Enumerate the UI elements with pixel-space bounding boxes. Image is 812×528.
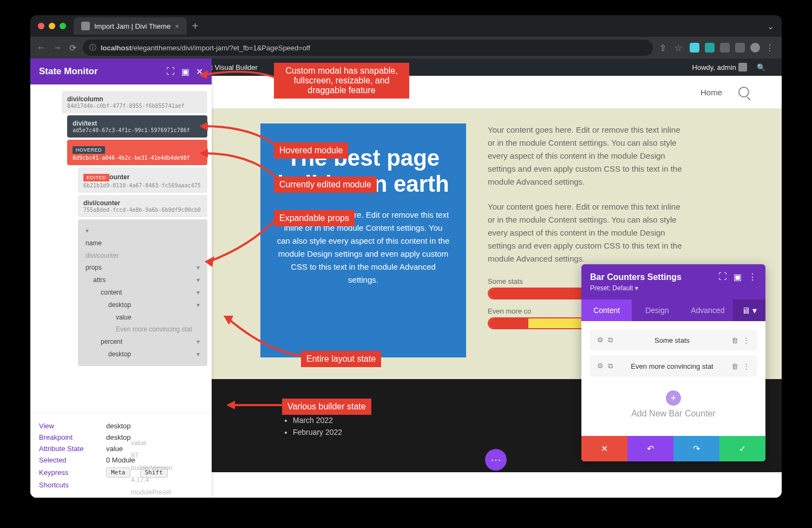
ext-icon-2[interactable] bbox=[705, 43, 715, 53]
props-tree[interactable]: ▾ name divi/counter props▾ attrs▾ conten… bbox=[78, 219, 207, 366]
annotation-edited: Currently edited module bbox=[274, 177, 377, 193]
tab-content[interactable]: Content bbox=[581, 299, 632, 321]
tab-title: Import Jam | Divi Theme bbox=[94, 22, 171, 30]
fab-more-button[interactable]: ⋯ bbox=[485, 449, 507, 471]
back-button[interactable]: ← bbox=[37, 43, 45, 53]
annotation-builder: Various builder state bbox=[282, 399, 371, 415]
duplicate-icon[interactable]: ⧉ bbox=[608, 362, 613, 370]
reload-button[interactable]: ⟳ bbox=[69, 43, 76, 53]
settings-title: Bar Counters Settings bbox=[590, 272, 718, 282]
edited-badge: EDITED bbox=[83, 174, 109, 181]
bar-counters-settings-modal[interactable]: Bar Counters Settings ⛶ ▣ ⋮ Preset: Defa… bbox=[581, 264, 765, 461]
counter-item-row[interactable]: ⚙⧉ Even more convincing stat 🗑⋮ bbox=[590, 356, 757, 376]
more-icon[interactable]: ⋮ bbox=[743, 362, 750, 370]
arrow-layout bbox=[222, 313, 309, 362]
save-button[interactable]: ✓ bbox=[719, 436, 765, 461]
plus-icon[interactable]: + bbox=[666, 390, 681, 406]
toolbar-right-icons: ⇧ ☆ ⋮ bbox=[659, 43, 775, 53]
state-monitor-header[interactable]: State Monitor ⛶ ▣ ✕ bbox=[30, 58, 212, 84]
window-controls[interactable] bbox=[38, 23, 66, 29]
forward-button[interactable]: → bbox=[53, 43, 62, 53]
arrow-to-header-icons bbox=[198, 64, 285, 91]
annotation-layout: Entire layout state bbox=[301, 351, 381, 367]
browser-menu-icon[interactable]: ⋮ bbox=[765, 43, 775, 53]
snap-icon[interactable]: ▣ bbox=[181, 67, 189, 77]
redo-button[interactable]: ↷ bbox=[673, 436, 719, 461]
add-new-counter-button[interactable]: + Add New Bar Counter bbox=[590, 382, 757, 427]
new-tab-button[interactable]: + bbox=[192, 20, 199, 32]
nav-home-link[interactable]: Home bbox=[700, 88, 722, 97]
state-monitor-title: State Monitor bbox=[39, 66, 166, 77]
settings-body: ⚙⧉ Some stats 🗑⋮ ⚙⧉ Even more convincing… bbox=[581, 321, 765, 436]
right-text-1[interactable]: Your content goes here. Edit or remove t… bbox=[488, 123, 688, 188]
maximize-window-icon[interactable] bbox=[60, 23, 66, 29]
arrow-props bbox=[204, 213, 285, 267]
state-monitor-body[interactable]: divi/column 84d17d4b-c0bf-477f-8955-f6b8… bbox=[30, 84, 212, 413]
svg-marker-3 bbox=[205, 256, 214, 267]
module-card[interactable]: divi/column 84d17d4b-c0bf-477f-8955-f6b8… bbox=[62, 91, 207, 113]
browser-toolbar: ← → ⟳ ⓘ localhost/elegantthemes/divi/imp… bbox=[30, 37, 782, 58]
more-icon[interactable]: ⋮ bbox=[748, 272, 757, 282]
state-monitor-footer: value 97 builderVersion 4.17.4 modulePre… bbox=[30, 413, 212, 498]
tab-close-icon[interactable]: × bbox=[175, 22, 179, 30]
trash-icon[interactable]: 🗑 bbox=[731, 362, 738, 370]
site-search-icon[interactable] bbox=[738, 87, 749, 97]
settings-footer: ✕ ↶ ↷ ✓ bbox=[581, 436, 765, 461]
svg-marker-4 bbox=[224, 316, 233, 325]
gear-icon[interactable]: ⚙ bbox=[597, 362, 604, 370]
extensions-icon[interactable] bbox=[720, 43, 730, 53]
profile-avatar-icon[interactable] bbox=[750, 43, 760, 53]
arrow-builder bbox=[225, 397, 290, 413]
progress-fill-2 bbox=[489, 318, 528, 328]
page-content-area: ⓦ 🏠 My Sites ✎ Edit Page D5 Dev Tools Ex… bbox=[30, 58, 782, 498]
svg-marker-2 bbox=[199, 149, 208, 158]
module-card-edited[interactable]: EDITEDounter 6b21b1d9-0110-4a67-8463-fc5… bbox=[78, 167, 207, 193]
state-monitor-panel: State Monitor ⛶ ▣ ✕ divi/column 84d17d4b… bbox=[30, 58, 212, 498]
tab-advanced[interactable]: Advanced bbox=[683, 299, 733, 321]
browser-titlebar: Import Jam | Divi Theme × + ⌄ bbox=[30, 15, 782, 37]
tabs-dropdown-icon[interactable]: ⌄ bbox=[767, 21, 774, 31]
svg-marker-1 bbox=[199, 122, 208, 131]
url-path: /elegantthemes/divi/import-jam/?et_fb=1&… bbox=[132, 44, 310, 52]
url-host: localhost bbox=[101, 44, 132, 52]
gear-icon[interactable]: ⚙ bbox=[597, 336, 604, 344]
close-window-icon[interactable] bbox=[38, 23, 44, 29]
bookmark-icon[interactable]: ☆ bbox=[675, 43, 684, 53]
wp-search-icon[interactable]: 🔍 bbox=[757, 63, 765, 71]
arrow-edited bbox=[198, 148, 285, 186]
more-icon[interactable]: ⋮ bbox=[743, 336, 750, 344]
address-bar[interactable]: ⓘ localhost/elegantthemes/divi/import-ja… bbox=[83, 40, 653, 56]
right-text-2[interactable]: Your content goes here. Edit or remove t… bbox=[488, 200, 688, 265]
panel-icon[interactable] bbox=[735, 43, 745, 53]
undo-button[interactable]: ↶ bbox=[627, 436, 673, 461]
annotation-props: Expandable props bbox=[274, 210, 355, 226]
module-card[interactable]: divi/counter 755a8ded-fccd-4e8b-9a6b-6b9… bbox=[78, 195, 207, 217]
settings-header[interactable]: Bar Counters Settings ⛶ ▣ ⋮ Preset: Defa… bbox=[581, 264, 765, 299]
module-card-selected[interactable]: divi/text ad5e7c40-67c3-4f1c-99c1-597697… bbox=[67, 115, 207, 138]
browser-window: Import Jam | Divi Theme × + ⌄ ← → ⟳ ⓘ lo… bbox=[30, 15, 782, 498]
trash-icon[interactable]: 🗑 bbox=[731, 336, 738, 344]
responsive-toggle[interactable]: 🖥 ▾ bbox=[733, 299, 765, 321]
cancel-button[interactable]: ✕ bbox=[581, 436, 627, 461]
preset-selector[interactable]: Preset: Default ▾ bbox=[590, 284, 757, 292]
tab-design[interactable]: Design bbox=[632, 299, 682, 321]
duplicate-icon[interactable]: ⧉ bbox=[608, 336, 613, 344]
counter-item-row[interactable]: ⚙⧉ Some stats 🗑⋮ bbox=[590, 330, 757, 350]
share-icon[interactable]: ⇧ bbox=[659, 43, 669, 53]
site-info-icon[interactable]: ⓘ bbox=[89, 43, 96, 53]
tab-favicon bbox=[81, 22, 90, 30]
ext-icon-1[interactable] bbox=[690, 43, 699, 53]
svg-marker-0 bbox=[199, 70, 208, 79]
snap-icon[interactable]: ▣ bbox=[734, 272, 742, 282]
settings-tabs: Content Design Advanced 🖥 ▾ bbox=[581, 299, 765, 321]
fullscreen-icon[interactable]: ⛶ bbox=[718, 272, 727, 282]
minimize-window-icon[interactable] bbox=[49, 23, 55, 29]
browser-tab[interactable]: Import Jam | Divi Theme × bbox=[74, 17, 187, 35]
module-card-hovered[interactable]: HOVERED 8d9cbc41-a046-4b2c-be31-41e4db4d… bbox=[67, 140, 207, 165]
fullscreen-icon[interactable]: ⛶ bbox=[166, 67, 175, 77]
wp-howdy[interactable]: Howdy, admin bbox=[692, 63, 747, 71]
annotation-modal-features: Custom modal has snapable, fullscreen, r… bbox=[274, 63, 409, 99]
svg-marker-5 bbox=[226, 401, 235, 409]
hovered-badge: HOVERED bbox=[73, 146, 105, 154]
annotation-hovered: Hovered module bbox=[274, 142, 348, 159]
